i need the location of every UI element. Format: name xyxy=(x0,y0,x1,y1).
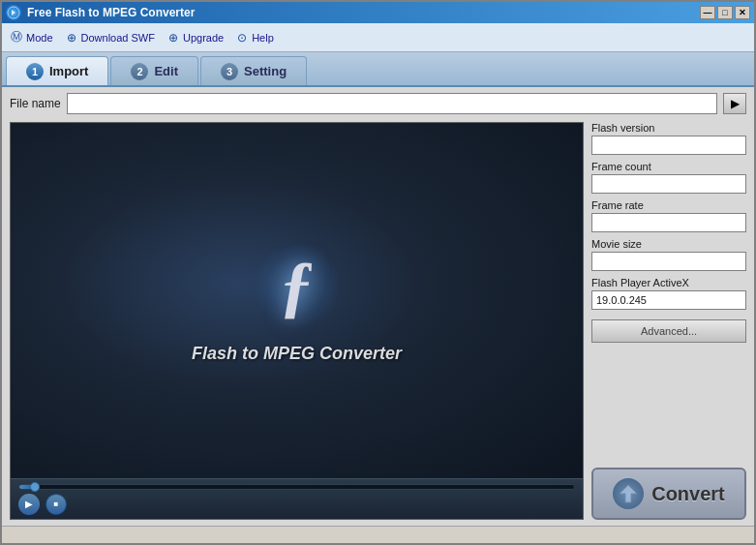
content-area: File name ▶ ƒ Flash to MPEG Converter xyxy=(2,87,754,526)
flash-version-input[interactable] xyxy=(591,136,746,155)
movie-size-label: Movie size xyxy=(591,238,746,250)
tab-setting-label: Setting xyxy=(244,64,287,78)
frame-rate-label: Frame rate xyxy=(591,199,746,211)
stop-icon: ■ xyxy=(54,500,59,508)
convert-button[interactable]: Convert xyxy=(591,468,746,520)
title-bar-left: Free Flash to MPEG Converter xyxy=(6,5,195,20)
tab-import[interactable]: 1 Import xyxy=(6,56,108,85)
flash-player-input[interactable] xyxy=(591,290,746,310)
status-bar xyxy=(2,526,754,543)
video-panel: ƒ Flash to MPEG Converter ▶ ■ xyxy=(10,122,584,520)
file-row: File name ▶ xyxy=(10,93,746,114)
convert-label: Convert xyxy=(651,483,725,505)
download-swf-button[interactable]: ⊕ Download SWF xyxy=(65,31,155,45)
progress-bar[interactable] xyxy=(18,484,575,490)
frame-rate-group: Frame rate xyxy=(591,199,746,232)
help-button[interactable]: ⊙ Help xyxy=(235,31,274,45)
flash-letter: ƒ xyxy=(280,246,315,326)
frame-rate-input[interactable] xyxy=(591,213,746,232)
advanced-button[interactable]: Advanced... xyxy=(591,319,746,343)
frame-count-group: Frame count xyxy=(591,161,746,194)
flash-logo: ƒ xyxy=(249,237,346,334)
mode-button[interactable]: Ⓜ Mode xyxy=(10,31,53,45)
flash-version-label: Flash version xyxy=(591,122,746,134)
file-browse-button[interactable]: ▶ xyxy=(723,93,746,114)
video-title: Flash to MPEG Converter xyxy=(192,344,402,364)
tab-edit[interactable]: 2 Edit xyxy=(110,56,198,85)
main-window: Free Flash to MPEG Converter — □ ✕ Ⓜ Mod… xyxy=(0,0,756,545)
window-title: Free Flash to MPEG Converter xyxy=(27,6,195,19)
tab-edit-number: 2 xyxy=(131,63,148,80)
right-panel: Flash version Frame count Frame rate Mov… xyxy=(591,122,746,520)
browse-icon: ▶ xyxy=(731,97,740,110)
play-button[interactable]: ▶ xyxy=(18,494,40,515)
frame-count-label: Frame count xyxy=(591,161,746,172)
flash-version-group: Flash version xyxy=(591,122,746,155)
tab-setting-number: 3 xyxy=(221,63,238,80)
app-icon xyxy=(6,5,21,20)
download-icon: ⊕ xyxy=(65,31,78,45)
flash-player-group: Flash Player ActiveX xyxy=(591,277,746,310)
playback-buttons: ▶ ■ xyxy=(18,494,575,515)
title-bar: Free Flash to MPEG Converter — □ ✕ xyxy=(2,2,754,23)
close-button[interactable]: ✕ xyxy=(735,6,750,19)
convert-icon xyxy=(613,478,644,509)
title-controls: — □ ✕ xyxy=(700,6,750,19)
tab-import-label: Import xyxy=(49,64,88,78)
frame-count-input[interactable] xyxy=(591,174,746,194)
tab-bar: 1 Import 2 Edit 3 Setting xyxy=(2,52,754,87)
flash-player-label: Flash Player ActiveX xyxy=(591,277,746,288)
file-name-input[interactable] xyxy=(67,93,717,114)
help-icon: ⊙ xyxy=(235,31,249,45)
tab-import-number: 1 xyxy=(26,63,44,80)
main-content: ƒ Flash to MPEG Converter ▶ ■ xyxy=(10,122,746,520)
tab-edit-label: Edit xyxy=(154,64,178,78)
toolbar: Ⓜ Mode ⊕ Download SWF ⊕ Upgrade ⊙ Help xyxy=(2,23,754,52)
stop-button[interactable]: ■ xyxy=(45,494,67,515)
progress-handle[interactable] xyxy=(30,482,40,492)
upgrade-button[interactable]: ⊕ Upgrade xyxy=(166,31,224,45)
upgrade-icon: ⊕ xyxy=(166,31,180,45)
maximize-button[interactable]: □ xyxy=(717,6,733,19)
mode-icon: Ⓜ xyxy=(10,31,23,45)
play-icon: ▶ xyxy=(25,499,33,509)
svg-marker-1 xyxy=(620,485,637,502)
minimize-button[interactable]: — xyxy=(700,6,715,19)
tab-setting[interactable]: 3 Setting xyxy=(200,56,307,85)
file-name-label: File name xyxy=(10,97,61,110)
video-controls: ▶ ■ xyxy=(11,478,583,519)
movie-size-input[interactable] xyxy=(591,252,746,271)
video-area: ƒ Flash to MPEG Converter xyxy=(11,123,583,478)
movie-size-group: Movie size xyxy=(591,238,746,271)
